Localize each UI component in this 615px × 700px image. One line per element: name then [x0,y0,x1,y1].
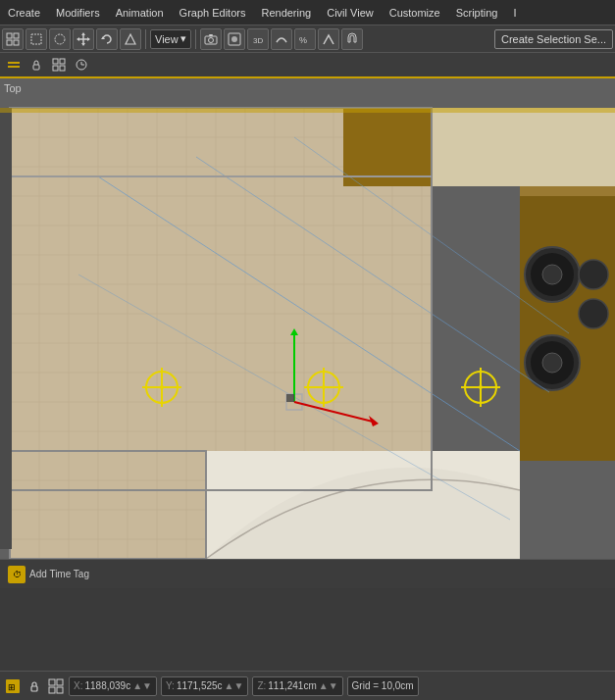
svg-rect-0 [7,33,12,38]
svg-rect-58 [520,186,615,196]
toolbar-camera-btn[interactable] [200,28,222,50]
svg-rect-56 [432,108,615,186]
y-label: Y: [166,680,175,691]
svg-rect-3 [14,40,19,45]
tb2-time-btn[interactable] [72,55,91,75]
menu-customize[interactable]: Customize [382,3,448,23]
svg-rect-108 [49,679,55,685]
svg-rect-111 [57,687,63,693]
svg-rect-110 [49,687,55,693]
status-lock-icon[interactable] [26,677,43,695]
bottom-bar: ⏱ Add Time Tag [0,559,615,588]
menu-more[interactable]: I [505,3,524,23]
floor-plan-svg [0,78,615,559]
status-icon-1[interactable]: ⊞ [4,677,22,695]
svg-rect-2 [7,40,12,45]
toolbar-percent-btn[interactable]: % [294,28,316,50]
svg-rect-85 [0,108,12,549]
svg-text:⊞: ⊞ [8,682,16,692]
svg-point-66 [579,299,608,328]
svg-point-13 [208,37,213,42]
svg-rect-107 [31,686,37,691]
z-value: 111,241cm [268,680,316,691]
menu-civil-view[interactable]: Civil View [319,3,381,23]
svg-marker-6 [81,32,85,35]
svg-rect-109 [57,679,63,685]
svg-rect-1 [14,33,19,38]
svg-rect-24 [53,66,58,71]
toolbar-render-btn[interactable] [224,28,245,50]
grid-info: Grid = 10,0cm [347,676,419,696]
svg-text:⏱: ⏱ [13,570,22,579]
svg-rect-23 [60,59,65,64]
toolbar-curve-btn[interactable] [271,28,292,50]
svg-text:3D: 3D [253,36,263,45]
separator-1 [145,29,146,49]
svg-point-98 [479,385,483,389]
z-label: Z: [257,680,266,691]
svg-marker-8 [77,37,79,41]
toolbar-magnet-btn[interactable] [341,28,363,50]
svg-text:%: % [299,35,307,45]
menu-animation[interactable]: Animation [108,3,172,23]
svg-rect-22 [53,59,58,64]
y-value: 1171,525c [177,680,223,691]
main-toolbar: View ▾ 3D % [0,25,615,53]
x-coord-field[interactable]: X: 1188,039c ▲▼ [69,676,157,696]
add-time-tag-icon[interactable]: ⏱ [8,566,26,583]
add-time-tag-label[interactable]: Add Time Tag [29,569,89,579]
x-value: 1188,039c [84,680,130,691]
menu-rendering[interactable]: Rendering [253,3,319,23]
svg-rect-21 [33,65,39,70]
toolbar-circle-select-btn[interactable] [49,28,71,50]
svg-rect-20 [8,66,20,68]
svg-point-90 [160,385,164,389]
svg-point-5 [55,34,65,44]
svg-rect-14 [209,34,213,36]
svg-point-16 [231,36,237,42]
status-bar: ⊞ X: 1188,039c ▲▼ Y: 1171,525c ▲▼ Z: 111… [0,671,615,700]
tb2-layers-btn[interactable] [4,55,24,75]
z-coord-field[interactable]: Z: 111,241cm ▲▼ [252,676,342,696]
svg-point-94 [322,385,326,389]
menu-modifiers[interactable]: Modifiers [48,3,108,23]
y-coord-field[interactable]: Y: 1171,525c ▲▼ [161,676,248,696]
svg-point-61 [542,265,562,284]
menu-bar: Create Modifiers Animation Graph Editors… [0,0,615,25]
svg-marker-7 [81,43,85,46]
svg-rect-104 [286,394,294,402]
svg-point-65 [579,260,608,289]
toolbar-scale-btn[interactable] [120,28,141,50]
viewport[interactable]: Top [0,78,615,559]
view-dropdown[interactable]: View ▾ [150,29,191,49]
svg-marker-9 [87,37,90,41]
toolbar-rect-select-btn[interactable] [26,28,47,50]
svg-rect-19 [8,62,20,64]
svg-rect-4 [31,34,41,44]
toolbar2 [0,53,615,78]
x-label: X: [74,680,82,691]
toolbar-rotate-btn[interactable] [96,28,118,50]
toolbar-select-btn[interactable] [2,28,24,50]
svg-point-64 [542,353,562,373]
tb2-lock-btn[interactable] [26,55,46,75]
status-grid-icon[interactable] [47,677,65,695]
toolbar-move-btn[interactable] [73,28,94,50]
svg-marker-11 [126,34,135,44]
svg-rect-86 [0,108,615,113]
menu-graph-editors[interactable]: Graph Editors [172,3,254,23]
toolbar-connect-btn[interactable] [318,28,339,50]
svg-rect-25 [60,66,65,71]
menu-create[interactable]: Create [0,3,48,23]
menu-scripting[interactable]: Scripting [448,3,506,23]
separator-2 [195,29,196,49]
tb2-grid-btn[interactable] [49,55,69,75]
viewport-label: Top [4,82,22,94]
toolbar-3d-btn[interactable]: 3D [247,28,269,50]
create-selection-button[interactable]: Create Selection Se... [494,29,613,49]
